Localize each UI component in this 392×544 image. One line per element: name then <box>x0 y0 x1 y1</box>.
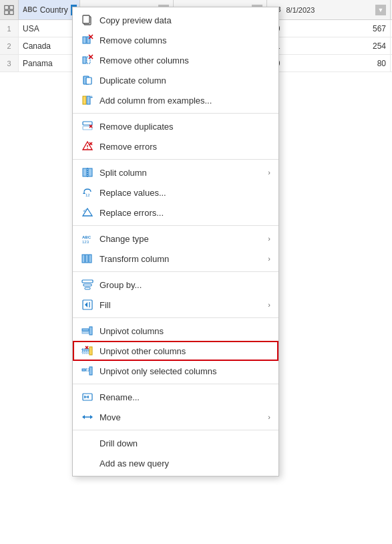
menu-label-remove-other-columns: Remove other columns <box>100 55 270 65</box>
menu-item-remove-columns[interactable]: Remove columns <box>73 30 278 50</box>
svg-text:+: + <box>90 95 93 100</box>
separator-7 <box>73 430 278 430</box>
menu-label-unpivot-selected: Unpivot only selected columns <box>100 366 270 376</box>
svg-rect-5 <box>83 15 89 23</box>
move-submenu-arrow: › <box>268 413 270 421</box>
cell-country-1: USA <box>19 20 80 37</box>
svg-rect-41 <box>83 284 91 286</box>
svg-rect-38 <box>85 255 88 263</box>
unpivot-icon <box>81 324 94 337</box>
menu-item-unpivot-other-columns[interactable]: Unpivot other columns <box>73 341 278 361</box>
menu-label-copy-preview: Copy preview data <box>100 15 270 25</box>
menu-label-add-column-examples: Add column from examples... <box>100 96 270 106</box>
menu-item-change-type[interactable]: ABC 123 Change type › <box>73 229 278 249</box>
col-country-label: Country <box>40 5 68 15</box>
drill-down-placeholder <box>81 436 94 450</box>
svg-rect-2 <box>5 10 9 14</box>
cell-rownum-2: 2 <box>0 37 19 54</box>
change-type-submenu-arrow: › <box>268 235 270 243</box>
svg-rect-54 <box>82 369 85 371</box>
menu-item-unpivot-columns[interactable]: Unpivot columns <box>73 321 278 341</box>
menu-item-group-by[interactable]: Group by... <box>73 275 278 295</box>
svg-rect-10 <box>83 57 86 63</box>
menu-item-replace-errors[interactable]: Replace errors... <box>73 202 278 223</box>
type-icon-abc: ABC <box>23 6 37 13</box>
cell-rownum-3: 3 <box>0 55 19 72</box>
menu-label-remove-duplicates: Remove duplicates <box>100 122 270 132</box>
col-header-rownum <box>0 0 19 19</box>
svg-rect-42 <box>85 287 90 289</box>
add-new-query-placeholder <box>81 456 94 470</box>
menu-item-rename[interactable]: Rename... <box>73 387 278 407</box>
col-lastcol-dropdown[interactable]: ▼ <box>375 5 386 15</box>
svg-rect-19 <box>83 122 92 125</box>
menu-label-unpivot-columns: Unpivot columns <box>100 326 270 336</box>
separator-6 <box>73 384 278 384</box>
svg-marker-33 <box>83 209 92 216</box>
cell-lastcol-1: 50 567 <box>267 20 391 37</box>
menu-label-drill-down: Drill down <box>100 438 270 448</box>
replace-vals-icon: 12 <box>81 186 94 199</box>
svg-rect-0 <box>5 5 9 9</box>
unpivot-selected-icon <box>81 364 94 378</box>
menu-item-split-column[interactable]: Split column › <box>73 162 278 182</box>
unpivot-other-icon <box>81 344 94 358</box>
menu-item-drill-down[interactable]: Drill down <box>73 433 278 453</box>
group-by-icon <box>81 278 94 291</box>
menu-item-transform-column[interactable]: Transform column › <box>73 249 278 269</box>
svg-marker-44 <box>85 302 87 307</box>
menu-label-remove-errors: Remove errors <box>100 142 270 152</box>
menu-item-copy-preview[interactable]: Copy preview data <box>73 10 278 30</box>
menu-item-add-new-query[interactable]: Add as new query <box>73 453 278 473</box>
remove-errors-icon <box>81 140 94 153</box>
rename-icon <box>81 390 94 404</box>
menu-item-unpivot-selected[interactable]: Unpivot only selected columns <box>73 361 278 381</box>
svg-rect-48 <box>89 327 92 335</box>
svg-marker-62 <box>82 415 85 419</box>
menu-label-duplicate-column: Duplicate column <box>100 76 270 86</box>
svg-rect-1 <box>9 5 13 9</box>
menu-label-change-type: Change type <box>100 234 262 244</box>
menu-label-split-column: Split column <box>100 168 262 178</box>
context-menu: Copy preview data Remove columns Remove … <box>72 7 279 477</box>
svg-rect-40 <box>82 280 93 283</box>
svg-point-25 <box>87 148 88 149</box>
separator-3 <box>73 225 278 226</box>
cell-lastcol-3: 40 80 <box>267 55 391 72</box>
menu-label-group-by: Group by... <box>100 280 270 290</box>
menu-item-remove-other-columns[interactable]: Remove other columns <box>73 50 278 70</box>
col-header-lastcol[interactable]: 1²3 8/1/2023 ▼ <box>267 0 391 19</box>
menu-label-replace-values: Replace values... <box>100 188 270 198</box>
menu-label-transform-column: Transform column <box>100 254 262 264</box>
menu-item-replace-values[interactable]: 12 Replace values... <box>73 182 278 202</box>
menu-label-fill: Fill <box>100 300 262 310</box>
split-submenu-arrow: › <box>268 168 270 176</box>
menu-label-replace-errors: Replace errors... <box>100 208 270 218</box>
svg-rect-46 <box>82 329 89 331</box>
svg-rect-3 <box>9 10 13 14</box>
cell-rownum-1: 1 <box>0 20 19 37</box>
menu-label-move: Move <box>100 412 262 422</box>
menu-label-unpivot-other-columns: Unpivot other columns <box>100 346 270 356</box>
remove-cols-icon <box>81 33 94 47</box>
separator-4 <box>73 271 278 272</box>
fill-submenu-arrow: › <box>268 301 270 309</box>
cell-lastcol-2: 21 254 <box>267 37 391 54</box>
menu-item-fill[interactable]: Fill › <box>73 295 278 315</box>
menu-item-duplicate-column[interactable]: Duplicate column <box>73 70 278 90</box>
svg-text:123: 123 <box>82 240 89 244</box>
menu-item-remove-duplicates[interactable]: Remove duplicates <box>73 116 278 136</box>
cell-country-2: Canada <box>19 37 80 54</box>
svg-rect-56 <box>89 367 92 375</box>
svg-rect-6 <box>83 37 86 43</box>
col-lastcol-val: 8/1/2023 <box>286 6 315 14</box>
svg-rect-15 <box>86 78 91 84</box>
menu-item-add-column-examples[interactable]: + Add column from examples... <box>73 90 278 110</box>
col-header-country[interactable]: ABC Country ▼ <box>19 0 80 19</box>
fill-icon <box>81 298 94 311</box>
menu-item-move[interactable]: Move › <box>73 407 278 427</box>
menu-item-remove-errors[interactable]: Remove errors <box>73 136 278 156</box>
menu-label-rename: Rename... <box>100 392 270 402</box>
svg-rect-37 <box>82 255 85 263</box>
move-icon <box>81 410 94 424</box>
